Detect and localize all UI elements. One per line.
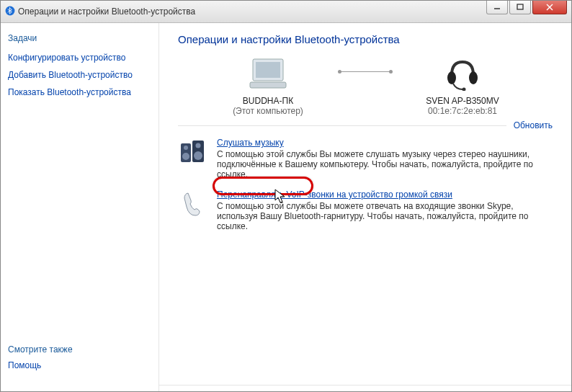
divider: [159, 385, 571, 386]
headset-icon: [441, 55, 484, 92]
window: Операции и настройки Bluetooth-устройств…: [1, 1, 571, 391]
sidebar: Задачи Конфигурировать устройство Добави…: [1, 23, 159, 391]
svg-rect-6: [256, 62, 280, 78]
svg-point-10: [462, 88, 466, 92]
svg-rect-7: [250, 82, 286, 88]
svg-rect-2: [517, 4, 523, 9]
sidebar-item-add[interactable]: Добавить Bluetooth-устройство: [8, 70, 151, 80]
close-button[interactable]: [532, 1, 567, 14]
sidebar-item-show[interactable]: Показать Bluetooth-устройства: [8, 87, 151, 97]
connection-line: [340, 71, 390, 72]
device-host: BUDDHA-ПК (Этот компьютер): [210, 55, 326, 116]
device-remote-mac: 00:1e:7c:2e:eb:81: [428, 106, 497, 116]
devices-row: BUDDHA-ПК (Этот компьютер) SVE: [178, 55, 553, 116]
service-voip-link[interactable]: Перенаправлять VoIP-звонки на устройство…: [217, 190, 452, 200]
svg-point-14: [182, 153, 189, 160]
sidebar-heading-seealso: Смотрите также: [8, 344, 151, 355]
device-host-sub: (Этот компьютер): [233, 106, 303, 116]
svg-point-9: [469, 71, 478, 84]
device-remote-name: SVEN AP-B350MV: [426, 96, 499, 106]
service-voip-desc: С помощью этой службы Вы можете отвечать…: [217, 201, 553, 231]
client-area: Задачи Конфигурировать устройство Добави…: [1, 23, 571, 391]
sidebar-item-configure[interactable]: Конфигурировать устройство: [8, 53, 151, 63]
service-listen-music-desc: С помощью этой службы Вы можете слушать …: [217, 149, 553, 179]
refresh-row: Обновить: [178, 120, 553, 130]
maximize-button[interactable]: [509, 1, 531, 14]
service-listen-music-link[interactable]: Слушать музыку: [217, 138, 284, 148]
speakers-icon: [178, 138, 207, 166]
sidebar-item-help[interactable]: Помощь: [8, 360, 151, 370]
computer-icon: [246, 55, 290, 92]
minimize-button[interactable]: [486, 1, 508, 14]
main-panel: Операции и настройки Bluetooth-устройств…: [159, 23, 571, 391]
divider: [178, 125, 506, 126]
svg-point-16: [194, 151, 202, 160]
device-remote: SVEN AP-B350MV 00:1e:7c:2e:eb:81: [405, 55, 520, 116]
titlebar[interactable]: Операции и настройки Bluetooth-устройств…: [1, 1, 571, 23]
refresh-link[interactable]: Обновить: [514, 120, 553, 130]
window-title: Операции и настройки Bluetooth-устройств…: [18, 6, 195, 17]
svg-point-13: [184, 146, 188, 150]
bluetooth-icon: [5, 6, 15, 18]
sidebar-heading-tasks: Задачи: [8, 33, 151, 43]
svg-point-15: [196, 143, 201, 148]
svg-point-8: [447, 71, 456, 84]
window-controls: [486, 1, 571, 22]
page-title: Операции и настройки Bluetooth-устройств…: [178, 33, 553, 45]
device-host-name: BUDDHA-ПК: [243, 96, 293, 106]
phone-handset-icon: [178, 190, 207, 218]
service-listen-music: Слушать музыку С помощью этой службы Вы …: [178, 138, 553, 179]
service-voip: Перенаправлять VoIP-звонки на устройство…: [178, 190, 553, 231]
